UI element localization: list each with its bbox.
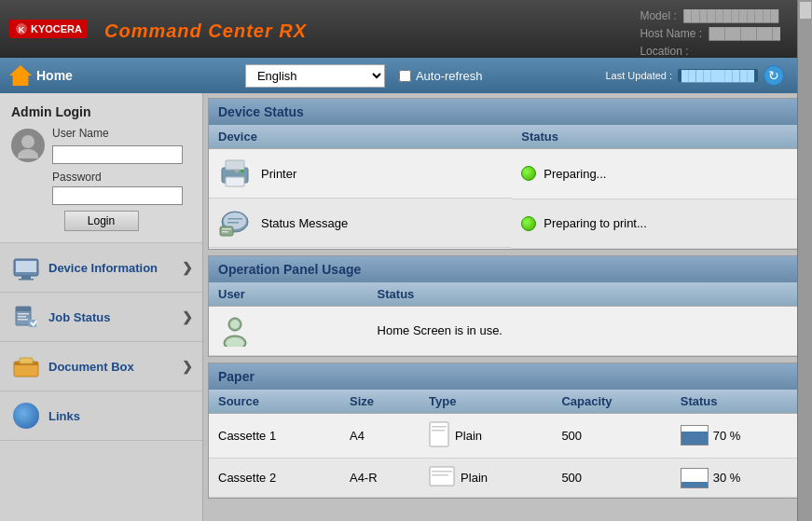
cassette1-type-cell: Plain <box>420 414 552 459</box>
status-green-indicator <box>521 166 536 181</box>
password-input[interactable] <box>52 186 183 205</box>
sidebar-item-device-information-label: Device Information <box>48 261 158 275</box>
location-label: Location : <box>640 45 688 58</box>
capacity-bar-container: 70 % <box>681 425 797 446</box>
svg-rect-23 <box>227 218 242 220</box>
main-content: Device Status Device Status <box>203 93 812 521</box>
logo-area: K KYOCERA Command Center RX <box>9 15 307 44</box>
sidebar-item-job-status-label: Job Status <box>48 310 110 324</box>
last-updated-area: Last Updated : ██████████ ↻ <box>606 65 785 86</box>
login-fields: User Name <box>52 127 191 164</box>
type-col-header: Type <box>420 390 552 414</box>
kyocera-text: KYOCERA <box>31 23 82 34</box>
sidebar-item-job-status[interactable]: Job Status ❯ <box>0 293 202 342</box>
operation-panel-body: User Status <box>209 282 806 356</box>
cassette2-size: A4-R <box>340 459 420 498</box>
autorefresh-area: Auto-refresh <box>399 69 483 83</box>
svg-rect-19 <box>241 170 244 172</box>
links-icon <box>11 401 41 431</box>
svg-rect-10 <box>18 313 29 315</box>
operation-panel-table: User Status <box>209 282 806 356</box>
paper-header: Paper <box>209 363 806 390</box>
refresh-button[interactable]: ↻ <box>764 65 784 86</box>
language-select[interactable]: English Japanese French German <box>245 64 385 88</box>
page-header: K KYOCERA Command Center RX Model : ████… <box>0 0 812 58</box>
chevron-right-icon: ❯ <box>182 309 193 324</box>
cassette2-status-pct: 30 % <box>713 471 741 485</box>
sidebar-item-links[interactable]: Links <box>0 391 202 441</box>
status-col-header: Status <box>512 125 806 149</box>
username-input[interactable] <box>52 145 183 164</box>
svg-point-3 <box>18 149 38 158</box>
panel-user-cell <box>209 306 368 355</box>
globe-icon <box>13 403 39 429</box>
scrollbar[interactable] <box>797 0 812 521</box>
device-status-section: Device Status Device Status <box>208 98 807 250</box>
capacity-bar-fill <box>681 482 708 487</box>
title-suffix: X <box>294 21 307 41</box>
status-message-text: Preparing to print... <box>544 216 647 230</box>
paper-page-icon <box>429 421 449 450</box>
device-info-panel: Model : ████████████ Host Name : ███████… <box>640 7 784 62</box>
cassette1-capacity: 500 <box>552 413 670 459</box>
printer-status-text: Preparing... <box>544 167 606 181</box>
panel-status-text: Home Screen is in use. <box>378 323 502 337</box>
sidebar-item-document-box[interactable]: Document Box ❯ <box>0 342 202 391</box>
capacity-bar <box>681 468 709 488</box>
svg-rect-24 <box>227 222 239 224</box>
sidebar: Admin Login User Name Password Login <box>0 93 203 521</box>
admin-login-title: Admin Login <box>11 104 191 119</box>
kyocera-symbol-icon: K <box>15 22 28 35</box>
password-row: Password <box>52 170 191 205</box>
svg-rect-5 <box>16 261 36 272</box>
device-status-title: Device Status <box>218 104 304 119</box>
chevron-right-icon: ❯ <box>182 359 193 374</box>
device-col-header: Device <box>209 125 512 149</box>
svg-text:K: K <box>19 25 25 34</box>
username-row: User Name <box>11 127 191 164</box>
paper-section: Paper Source Size Type Capacity Status <box>208 363 807 500</box>
login-button[interactable]: Login <box>64 211 139 231</box>
svg-rect-35 <box>430 467 454 486</box>
svg-rect-12 <box>18 319 28 321</box>
paper-landscape-icon <box>429 466 455 489</box>
chevron-right-icon: ❯ <box>182 260 193 275</box>
user-avatar <box>11 129 45 162</box>
svg-rect-18 <box>226 177 244 186</box>
main-layout: Admin Login User Name Password Login <box>0 93 812 521</box>
hostname-label: Host Name : <box>640 27 702 40</box>
capacity-bar-container: 30 % <box>681 468 797 488</box>
svg-rect-20 <box>235 170 239 172</box>
svg-rect-26 <box>222 228 231 230</box>
app-title: Command Center RX <box>104 15 307 44</box>
model-label: Model : <box>640 9 676 22</box>
svg-rect-37 <box>432 474 448 476</box>
location-row: Location : <box>640 43 784 61</box>
cassette2-status-cell: 30 % <box>671 459 806 498</box>
panel-user-icon <box>218 314 252 348</box>
svg-rect-11 <box>18 316 26 318</box>
svg-rect-33 <box>432 426 447 428</box>
scrollbar-thumb[interactable] <box>799 1 812 20</box>
sidebar-item-links-label: Links <box>48 409 80 423</box>
capacity-bar <box>681 425 709 446</box>
hostname-row: Host Name : █████████ <box>640 25 784 43</box>
cassette1-size: A4 <box>340 413 420 459</box>
capacity-bar-fill <box>681 432 708 445</box>
device-information-icon <box>11 253 41 282</box>
hostname-value: █████████ <box>709 27 780 40</box>
status-message-status-row: Preparing to print... <box>521 216 797 231</box>
last-updated-label: Last Updated : <box>606 70 673 81</box>
device-status-body: Device Status <box>209 125 806 249</box>
svg-rect-7 <box>19 279 34 281</box>
svg-rect-27 <box>222 231 228 233</box>
avatar-icon <box>15 132 41 158</box>
cassette1-source: Cassette 1 <box>209 413 340 459</box>
home-button[interactable]: Home <box>9 65 73 86</box>
cassette2-type-cell: Plain <box>420 459 552 498</box>
autorefresh-label: Auto-refresh <box>416 69 483 83</box>
printer-status-row: Preparing... <box>521 166 797 181</box>
size-col-header: Size <box>340 390 420 414</box>
autorefresh-checkbox[interactable] <box>399 70 411 82</box>
sidebar-item-device-information[interactable]: Device Information ❯ <box>0 243 202 293</box>
